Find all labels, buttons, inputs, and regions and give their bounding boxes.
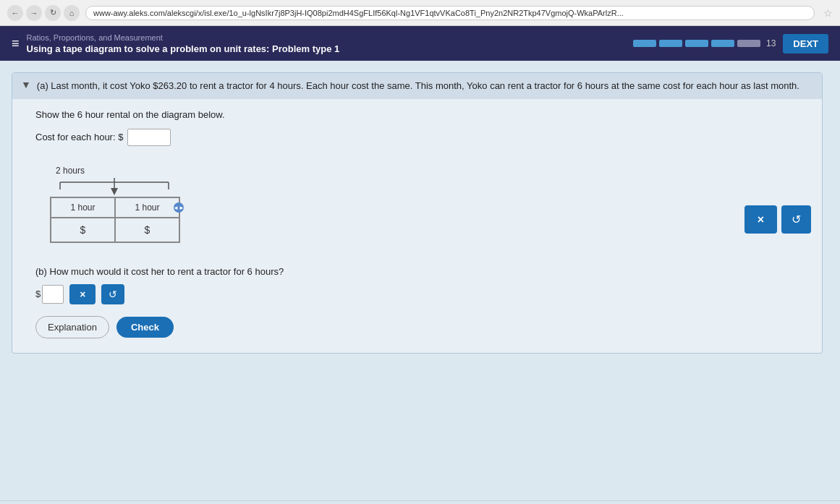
dext-button[interactable]: DEXT [783,34,828,54]
part-b-input-row: $ × ↺ [35,284,810,304]
bottom-row: Explanation Check [35,316,810,338]
problem-section: ▼ (a) Last month, it cost Yoko $263.20 t… [12,72,823,354]
cell-dollar-1: $ [51,218,115,242]
table-row-dollars: $ $ [51,218,179,242]
browser-bar: ← → ↻ ⌂ www-awy.aleks.com/alekscgi/x/isl… [0,0,840,26]
check-button[interactable]: Check [116,317,174,338]
part-b-answer-input[interactable] [42,285,64,304]
diagram-table: 1 hour 1 hour $ $ [50,197,180,243]
part-b-text: (b) How much would it cost her to rent a… [35,266,810,277]
table-row-labels: 1 hour 1 hour [51,197,179,218]
chevron-down-icon[interactable]: ▼ [21,79,31,90]
problem-body: Show the 6 hour rental on the diagram be… [12,99,822,353]
hamburger-menu[interactable]: ≡ [12,36,20,51]
dollar-input-group: $ [35,285,64,304]
header-subtitle: Ratios, Proportions, and Measurement [27,33,626,42]
part-b-refresh-button[interactable]: ↺ [101,284,124,304]
bookmark-icon[interactable]: ☆ [823,7,833,19]
progress-bar-area: 13 [633,38,776,48]
refresh-button-main[interactable]: ↺ [781,205,811,234]
progress-seg-2 [659,40,682,47]
dollar-sign: $ [35,289,41,299]
refresh-button[interactable]: ↻ [45,5,61,21]
progress-seg-3 [685,40,708,47]
url-bar[interactable]: www-awy.aleks.com/alekscgi/x/isl.exe/1o_… [85,6,815,20]
footer: © 2024 McGraw Hill LLC All Rights Reserv… [0,500,840,504]
cost-label: Cost for each hour: $ [35,132,123,142]
cell-label-1: 1 hour [51,197,115,218]
forward-button[interactable]: → [26,5,42,21]
resize-handle-icon[interactable] [174,202,184,213]
part-b-section: (b) How much would it cost her to rent a… [35,266,810,304]
nav-buttons[interactable]: ← → ↻ ⌂ [7,5,80,21]
back-button[interactable]: ← [7,5,23,21]
brace-wrapper: 2 hours [50,163,180,197]
progress-seg-4 [711,40,734,47]
brace-svg [53,176,179,197]
header-title: Using a tape diagram to solve a problem … [27,43,626,54]
problem-text: (a) Last month, it cost Yoko $263.20 to … [37,79,799,93]
progress-count: 13 [766,38,776,48]
explanation-button[interactable]: Explanation [35,316,109,338]
main-content: ▼ (a) Last month, it cost Yoko $263.20 t… [0,61,840,500]
brace-label: 2 hours [56,166,85,176]
header-bar: ≡ Ratios, Proportions, and Measurement U… [0,26,840,61]
cost-input-row: Cost for each hour: $ [35,129,810,146]
header-info: Ratios, Proportions, and Measurement Usi… [27,33,626,54]
part-b-clear-button[interactable]: × [69,284,96,304]
cost-input[interactable] [127,129,171,146]
progress-seg-1 [633,40,656,47]
show-instruction: Show the 6 hour rental on the diagram be… [35,109,810,120]
cell-label-2: 1 hour [115,197,179,218]
clear-button[interactable]: × [744,205,777,234]
problem-header: ▼ (a) Last month, it cost Yoko $263.20 t… [12,73,822,99]
home-button[interactable]: ⌂ [64,5,80,21]
progress-seg-5 [737,40,760,47]
diagram-area: 2 hours [50,163,810,243]
cell-dollar-2: $ [115,218,179,242]
action-buttons-area: × ↺ [744,205,811,234]
svg-marker-0 [111,188,118,195]
